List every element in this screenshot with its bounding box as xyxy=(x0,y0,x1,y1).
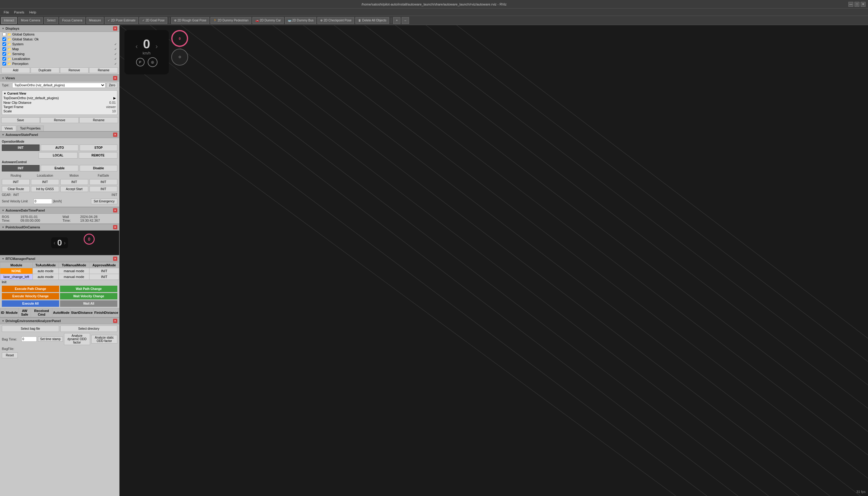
display-checkbox-map[interactable] xyxy=(2,47,6,51)
control-init-btn[interactable]: INIT xyxy=(2,165,40,171)
init-btn[interactable]: INIT xyxy=(2,144,40,151)
toolbar-minus[interactable]: – xyxy=(402,17,409,24)
toolbar-measure[interactable]: Measure xyxy=(87,17,104,24)
displays-close[interactable]: ✕ xyxy=(113,26,117,31)
views-type-select[interactable]: TopDownOrtho (rviz_default_plugins) xyxy=(12,83,105,88)
views-zero-btn[interactable]: Zero xyxy=(107,83,117,88)
toolbar-select[interactable]: Select xyxy=(44,17,58,24)
displays-duplicate-btn[interactable]: Duplicate xyxy=(31,67,59,73)
display-item-localization: 📁 Localization ✓ xyxy=(0,56,119,61)
views-close[interactable]: ✕ xyxy=(113,76,117,80)
toolbar-focus-camera[interactable]: Focus Camera xyxy=(59,17,85,24)
folder-icon-3: 📁 xyxy=(7,43,11,46)
remote-btn[interactable]: REMOTE xyxy=(79,152,117,159)
mini-nav-left[interactable]: ‹ xyxy=(54,240,56,246)
velocity-input[interactable] xyxy=(34,199,52,204)
nav-left-icon[interactable]: ‹ xyxy=(135,43,138,50)
datetime-close[interactable]: ✕ xyxy=(113,208,117,213)
disable-btn[interactable]: Disable xyxy=(80,165,117,171)
execute-velocity-change-btn[interactable]: Execute Velocity Change xyxy=(2,293,59,299)
motion-init-btn[interactable]: INIT xyxy=(60,179,88,185)
wait-velocity-change-btn[interactable]: Wait Velocity Change xyxy=(60,293,117,299)
dea-header[interactable]: ▼ DrivingEnvironmentAnalyzerPanel ✕ xyxy=(0,317,119,324)
bag-time-input[interactable] xyxy=(21,337,37,342)
folder-icon: 📁 xyxy=(7,33,11,36)
displays-remove-btn[interactable]: Remove xyxy=(60,67,89,73)
displays-add-btn[interactable]: Add xyxy=(1,67,30,73)
display-checkbox-perception[interactable] xyxy=(2,62,6,65)
local-btn[interactable]: LOCAL xyxy=(39,152,77,159)
analyze-dynamic-btn[interactable]: Analyze dynamic ODD factor xyxy=(64,333,90,345)
toolbar-2d-dummy-ped[interactable]: 🚶 2D Dummy Pedestrian xyxy=(211,17,251,24)
views-type-row: Type: TopDownOrtho (rviz_default_plugins… xyxy=(0,81,119,89)
pointcloud-close[interactable]: ✕ xyxy=(113,225,117,229)
display-checkbox-global-status[interactable] xyxy=(2,37,6,41)
dea-close[interactable]: ✕ xyxy=(113,319,117,323)
pointcloud-header[interactable]: ▼ PointcloudOnCamera ✕ xyxy=(0,224,119,231)
toolbar-2d-checkpoint[interactable]: ⊕ 2D Checkpoint Pose xyxy=(317,17,354,24)
select-bag-btn[interactable]: Select bag file xyxy=(2,325,59,332)
state-close[interactable]: ✕ xyxy=(113,133,117,137)
toolbar-2d-pose-estimate[interactable]: ✓ 2D Pose Estimate xyxy=(105,17,138,24)
displays-rename-btn[interactable]: Rename xyxy=(89,67,118,73)
nav-right-icon[interactable]: › xyxy=(156,43,158,50)
datetime-header[interactable]: ▼ AutowareDateTimePanel ✕ xyxy=(0,207,119,214)
views-remove-btn[interactable]: Remove xyxy=(41,117,79,123)
views-save-btn[interactable]: Save xyxy=(1,117,40,123)
toolbar-plus[interactable]: + xyxy=(393,17,400,24)
execute-path-change-btn[interactable]: Execute Path Change xyxy=(2,286,59,292)
display-checkbox-global-options[interactable] xyxy=(2,32,6,36)
mini-nav-right[interactable]: › xyxy=(64,240,65,246)
execute-all-btn[interactable]: Execute All xyxy=(2,300,59,307)
display-checkbox-system[interactable] xyxy=(2,42,6,46)
tab-views[interactable]: Views xyxy=(1,125,16,131)
set-emergency-btn[interactable]: Set Emergency xyxy=(91,198,117,204)
rtc-init-label: Init xyxy=(0,280,119,284)
display-checkbox-sensing[interactable] xyxy=(2,52,6,56)
p-icon: P xyxy=(136,58,144,66)
close-btn[interactable]: ✕ xyxy=(861,2,866,7)
set-time-btn[interactable]: Set time stamp xyxy=(38,337,63,342)
toolbar-2d-dummy-bus[interactable]: 🚌 2D Dummy Bus xyxy=(285,17,317,24)
enable-btn[interactable]: Enable xyxy=(41,165,78,171)
toolbar-delete-all[interactable]: 🗑 Delete All Objects xyxy=(355,17,389,24)
views-header[interactable]: ▼ Views ✕ xyxy=(0,75,119,81)
menu-help[interactable]: Help xyxy=(27,10,39,15)
wait-path-change-btn[interactable]: Wait Path Change xyxy=(60,286,117,292)
rtc-close[interactable]: ✕ xyxy=(113,257,117,261)
maximize-btn[interactable]: □ xyxy=(854,2,859,7)
auto-btn[interactable]: AUTO xyxy=(41,144,78,151)
wait-all-btn[interactable]: Wait All xyxy=(60,300,117,307)
window-title: /home/satoshi/pilot-auto/install/autowar… xyxy=(362,2,506,6)
init-by-gnss-btn[interactable]: Init by GNSS xyxy=(31,186,59,192)
menu-file[interactable]: File xyxy=(1,10,12,15)
views-rename-btn[interactable]: Rename xyxy=(79,117,118,123)
state-panel-header[interactable]: ▼ AutowareStatePanel ✕ xyxy=(0,131,119,138)
failsafe-init-btn[interactable]: INIT xyxy=(90,179,117,185)
module-lane: lane_change_left xyxy=(0,274,33,280)
toolbar-move-camera[interactable]: Move Camera xyxy=(18,17,43,24)
minimize-btn[interactable]: — xyxy=(848,2,853,7)
display-checkbox-localization[interactable] xyxy=(2,57,6,61)
map-checkmark: ✓ xyxy=(114,47,117,51)
menu-panels[interactable]: Panels xyxy=(12,10,27,15)
reset-btn[interactable]: Reset xyxy=(2,352,18,358)
failsafe-init2-btn[interactable]: INIT xyxy=(90,186,117,192)
displays-header[interactable]: ▼ Displays ✕ xyxy=(0,25,119,32)
clear-route-btn[interactable]: Clear Route xyxy=(2,186,30,192)
localization-init-btn[interactable]: INIT xyxy=(31,179,59,185)
status-circle-btn[interactable]: 0 xyxy=(171,30,188,47)
main-viewport[interactable]: ‹ 0 km/h › P ⊕ 0 ⚙ xyxy=(120,25,868,496)
analyze-static-btn[interactable]: Analyze static ODD factor xyxy=(91,335,117,343)
select-dir-btn[interactable]: Select directory xyxy=(60,325,118,332)
gear-circle-btn[interactable]: ⚙ xyxy=(171,49,188,65)
routing-init-btn[interactable]: INIT xyxy=(2,179,30,185)
tab-tool-properties[interactable]: Tool Properties xyxy=(17,125,44,131)
toolbar-2d-dummy-car[interactable]: 🚗 2D Dummy Car xyxy=(253,17,284,24)
toolbar-2d-rough-goal[interactable]: ⊕ 2D Rough Goal Pose xyxy=(171,17,209,24)
toolbar-2d-goal-pose[interactable]: ✓ 2D Goal Pose xyxy=(139,17,167,24)
rtc-header[interactable]: ▼ RTCManagerPanel ✕ xyxy=(0,255,119,262)
stop-btn[interactable]: STOP xyxy=(80,144,117,151)
accept-start-btn[interactable]: Accept Start xyxy=(60,186,88,192)
toolbar-interact[interactable]: Interact xyxy=(1,17,17,24)
